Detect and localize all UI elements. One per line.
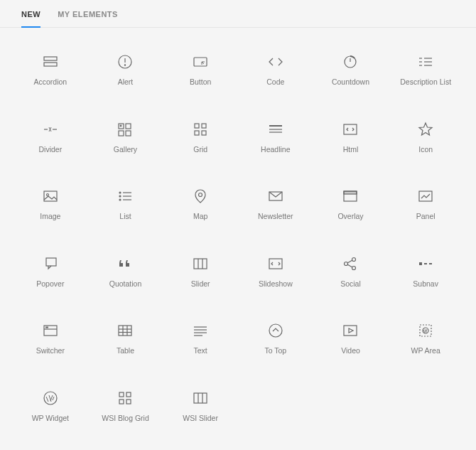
element-label: Panel — [416, 212, 436, 221]
element-label: Switcher — [36, 346, 65, 355]
element-label: Alert — [118, 77, 134, 87]
slider-icon — [192, 255, 209, 272]
icon-icon — [417, 121, 434, 138]
html-icon — [342, 121, 359, 138]
accordion-icon — [42, 53, 59, 70]
text-icon — [192, 322, 209, 339]
element-label: Quotation — [109, 279, 142, 289]
element-alert[interactable]: Alert — [90, 49, 162, 91]
element-headline[interactable]: Headline — [239, 117, 312, 159]
social-icon — [342, 255, 359, 272]
element-label: Popover — [36, 279, 64, 289]
tabs: NEW MY ELEMENTS — [0, 0, 476, 28]
headline-icon — [267, 121, 284, 138]
element-gallery[interactable]: Gallery — [90, 117, 162, 159]
element-accordion[interactable]: Accordion — [14, 49, 87, 91]
element-image[interactable]: Image — [14, 183, 87, 225]
element-popover[interactable]: Popover — [14, 251, 87, 293]
subnav-icon — [417, 255, 434, 272]
newsletter-icon — [267, 188, 284, 205]
element-label: Description List — [400, 77, 451, 87]
code-icon — [267, 53, 284, 70]
description-list-icon — [417, 53, 434, 70]
element-label: Code — [266, 77, 284, 87]
element-divider[interactable]: Divider — [14, 117, 87, 159]
element-switcher[interactable]: Switcher — [14, 318, 87, 360]
element-button[interactable]: Button — [164, 49, 237, 91]
element-label: Table — [117, 346, 134, 355]
element-quotation[interactable]: Quotation — [90, 251, 162, 293]
table-icon — [117, 322, 134, 339]
wsi-blog-grid-icon — [117, 390, 134, 407]
element-label: WP Area — [411, 346, 440, 355]
wp-widget-icon — [42, 390, 59, 407]
element-description-list[interactable]: Description List — [389, 49, 462, 91]
countdown-icon — [342, 53, 359, 70]
element-video[interactable]: Video — [315, 318, 387, 360]
to-top-icon — [267, 322, 284, 339]
element-label: Icon — [418, 145, 433, 154]
element-overlay[interactable]: Overlay — [315, 183, 387, 225]
divider-icon — [42, 121, 59, 138]
element-icon[interactable]: Icon — [389, 117, 462, 159]
element-label: Subnav — [413, 279, 438, 289]
element-to-top[interactable]: To Top — [239, 318, 312, 360]
element-wp-widget[interactable]: WP Widget — [14, 385, 87, 427]
element-code[interactable]: Code — [239, 49, 312, 91]
element-label: Text — [194, 346, 207, 355]
switcher-icon — [42, 322, 59, 339]
element-label: Video — [341, 346, 360, 355]
element-slider[interactable]: Slider — [164, 251, 237, 293]
element-table[interactable]: Table — [90, 318, 162, 360]
element-label: Countdown — [332, 77, 369, 87]
element-label: Social — [340, 279, 361, 289]
element-label: Html — [343, 145, 359, 154]
element-wsi-blog-grid[interactable]: WSI Blog Grid — [90, 385, 162, 427]
button-icon — [192, 53, 209, 70]
element-label: Gallery — [114, 145, 137, 154]
element-grid[interactable]: Grid — [164, 117, 237, 159]
element-label: Overlay — [337, 212, 363, 221]
element-label: WSI Blog Grid — [102, 414, 149, 423]
quotation-icon — [117, 255, 134, 272]
element-label: List — [119, 212, 131, 221]
element-label: Divider — [38, 145, 62, 154]
element-label: Accordion — [33, 77, 67, 87]
element-countdown[interactable]: Countdown — [315, 49, 387, 91]
popover-icon — [42, 255, 59, 272]
element-slideshow[interactable]: Slideshow — [239, 251, 312, 293]
alert-icon — [117, 53, 134, 70]
element-label: Slider — [191, 279, 210, 289]
element-social[interactable]: Social — [315, 251, 387, 293]
element-list[interactable]: List — [90, 183, 162, 225]
panel-icon — [417, 188, 434, 205]
overlay-icon — [342, 188, 359, 205]
element-label: Button — [190, 77, 211, 87]
element-html[interactable]: Html — [315, 117, 387, 159]
element-label: Image — [40, 212, 60, 221]
list-icon — [117, 188, 134, 205]
element-text[interactable]: Text — [164, 318, 237, 360]
map-icon — [192, 188, 209, 205]
element-label: Slideshow — [259, 279, 293, 289]
element-subnav[interactable]: Subnav — [389, 251, 462, 293]
element-label: Newsletter — [258, 212, 293, 221]
image-icon — [42, 188, 59, 205]
gallery-icon — [117, 121, 134, 138]
element-wp-area[interactable]: WP Area — [389, 318, 462, 360]
element-label: Grid — [193, 145, 207, 154]
element-map[interactable]: Map — [164, 183, 237, 225]
element-label: Map — [193, 212, 207, 221]
tab-new[interactable]: NEW — [21, 10, 40, 27]
tab-my-elements[interactable]: MY ELEMENTS — [58, 10, 118, 27]
video-icon — [342, 322, 359, 339]
element-label: Headline — [261, 145, 290, 154]
element-newsletter[interactable]: Newsletter — [239, 183, 312, 225]
element-grid: AccordionAlertButtonCodeCountdownDescrip… — [0, 28, 476, 450]
element-panel[interactable]: Panel — [389, 183, 462, 225]
slideshow-icon — [267, 255, 284, 272]
element-label: To Top — [264, 346, 286, 355]
element-label: WP Widget — [32, 414, 69, 423]
grid-icon — [192, 121, 209, 138]
element-wsi-slider[interactable]: WSI Slider — [164, 385, 237, 427]
